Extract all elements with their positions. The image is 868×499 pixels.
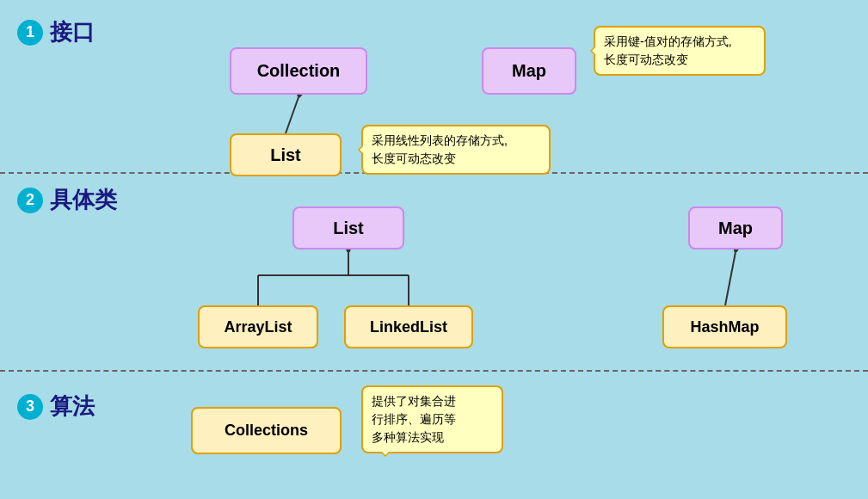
section-2-text: 具体类	[50, 185, 117, 215]
node-collection: Collection	[230, 47, 367, 95]
callout-algorithm: 提供了对集合进 行排序、遍历等 多种算法实现	[361, 385, 503, 453]
section-2-num: 2	[17, 188, 43, 213]
node-hashmap: HashMap	[662, 305, 787, 348]
svg-line-0	[286, 97, 299, 133]
node-collections: Collections	[191, 407, 342, 454]
section-1-num: 1	[17, 20, 43, 46]
node-map-1: Map	[482, 47, 576, 95]
section-3-label: 3 算法	[17, 391, 95, 422]
node-arraylist: ArrayList	[198, 305, 318, 348]
svg-line-5	[725, 252, 736, 305]
callout-linear-list: 采用线性列表的存储方式, 长度可动态改变	[361, 125, 551, 175]
callout-key-value: 采用键-值对的存储方式, 长度可动态改变	[594, 26, 766, 76]
section-1-label: 1 接口	[17, 17, 95, 47]
node-list-1: List	[230, 133, 342, 176]
divider-2	[0, 370, 868, 372]
section-2-label: 2 具体类	[17, 185, 117, 215]
section-3-text: 算法	[50, 391, 95, 422]
node-list-2: List	[292, 206, 404, 250]
node-linkedlist: LinkedList	[344, 305, 473, 348]
section-1-text: 接口	[50, 17, 95, 47]
section-3-num: 3	[17, 394, 43, 420]
node-map-2: Map	[688, 206, 783, 250]
